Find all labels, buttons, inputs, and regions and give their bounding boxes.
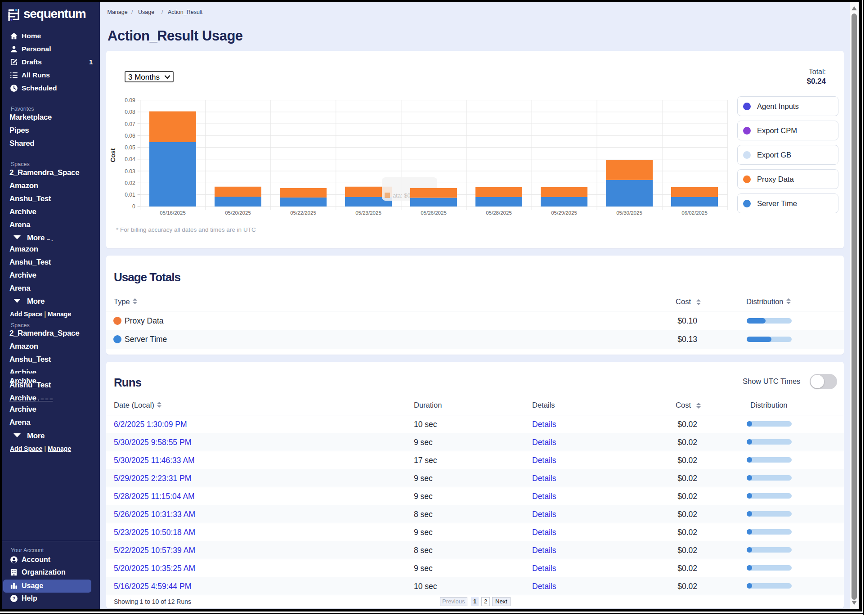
svg-text:?: ? [13, 596, 15, 601]
svg-text:0.08: 0.08 [125, 109, 135, 115]
svg-text:0.03: 0.03 [125, 168, 135, 175]
svg-text:0.05: 0.05 [125, 144, 135, 151]
svg-text:05/16/2025: 05/16/2025 [160, 210, 186, 216]
svg-text:0.02: 0.02 [125, 180, 135, 186]
svg-text:05/22/2025: 05/22/2025 [290, 210, 316, 216]
svg-text:0.07: 0.07 [125, 121, 135, 127]
svg-text:0.01: 0.01 [125, 192, 135, 198]
svg-text:05/20/2025: 05/20/2025 [225, 210, 251, 216]
svg-text:0.06: 0.06 [125, 133, 135, 139]
svg-text:Cost: Cost [109, 148, 117, 162]
svg-text:06/02/2025: 06/02/2025 [681, 210, 708, 216]
svg-text:05/28/2025: 05/28/2025 [486, 210, 512, 216]
svg-text:05/29/2025: 05/29/2025 [551, 210, 577, 216]
svg-text:05/26/2025: 05/26/2025 [421, 210, 447, 216]
svg-text:05/30/2025: 05/30/2025 [616, 210, 642, 216]
svg-text:0: 0 [132, 203, 135, 210]
svg-text:0.09: 0.09 [125, 97, 135, 103]
svg-text:0.04: 0.04 [125, 156, 135, 162]
svg-text:05/23/2025: 05/23/2025 [355, 210, 381, 216]
